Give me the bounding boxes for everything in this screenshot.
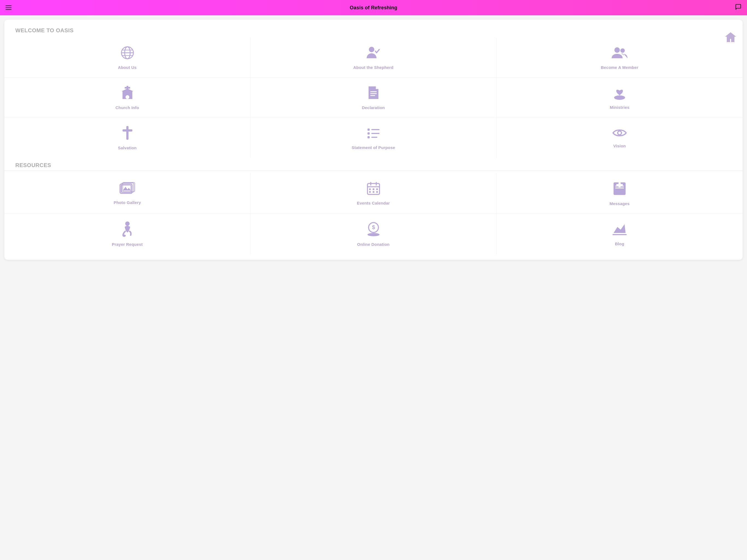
welcome-title: WELCOME TO OASIS bbox=[10, 25, 79, 36]
declaration-label: Declaration bbox=[362, 105, 385, 110]
menu-item-about-us[interactable]: About Us bbox=[4, 38, 251, 78]
become-member-label: Become A Member bbox=[601, 65, 639, 70]
online-donation-label: Online Donation bbox=[357, 242, 390, 247]
svg-rect-20 bbox=[367, 132, 370, 134]
welcome-header: WELCOME TO OASIS bbox=[4, 25, 743, 38]
prayer-icon bbox=[120, 222, 134, 239]
blog-icon bbox=[612, 222, 627, 238]
welcome-grid: About Us About the Shepherd bbox=[4, 38, 743, 158]
menu-item-statement-purpose[interactable]: Statement of Purpose bbox=[251, 118, 496, 158]
person-check-icon bbox=[366, 46, 381, 62]
donation-icon: $ bbox=[366, 222, 381, 239]
document-icon bbox=[367, 85, 380, 102]
svg-rect-38 bbox=[373, 188, 374, 190]
photo-gallery-icon bbox=[120, 182, 135, 197]
bible-cross-icon bbox=[613, 181, 627, 198]
statement-purpose-label: Statement of Purpose bbox=[352, 145, 395, 150]
about-shepherd-label: About the Shepherd bbox=[353, 65, 393, 70]
svg-rect-18 bbox=[123, 129, 132, 131]
svg-rect-47 bbox=[616, 184, 623, 186]
menu-item-events-calendar[interactable]: Events Calendar bbox=[251, 173, 496, 214]
svg-rect-14 bbox=[370, 93, 377, 94]
svg-rect-17 bbox=[126, 126, 129, 140]
menu-item-about-shepherd[interactable]: About the Shepherd bbox=[251, 38, 496, 78]
salvation-label: Salvation bbox=[118, 146, 137, 150]
svg-rect-15 bbox=[370, 95, 375, 96]
svg-rect-41 bbox=[373, 191, 374, 193]
menu-item-church-info[interactable]: Church Info bbox=[4, 78, 251, 118]
heart-hand-icon bbox=[612, 85, 627, 102]
svg-marker-10 bbox=[121, 88, 133, 91]
resources-title: RESOURCES bbox=[10, 160, 57, 172]
svg-point-16 bbox=[614, 96, 625, 100]
calendar-icon bbox=[366, 181, 381, 198]
menu-item-online-donation[interactable]: $ Online Donation bbox=[251, 214, 496, 254]
svg-rect-39 bbox=[376, 188, 378, 190]
welcome-card: WELCOME TO OASIS bbox=[4, 20, 743, 260]
menu-item-vision[interactable]: Vision bbox=[496, 118, 743, 158]
menu-item-declaration[interactable]: Declaration bbox=[251, 78, 496, 118]
events-calendar-label: Events Calendar bbox=[357, 201, 390, 205]
svg-rect-23 bbox=[371, 133, 380, 134]
menu-item-blog[interactable]: Blog bbox=[496, 214, 743, 254]
vision-label: Vision bbox=[613, 144, 626, 148]
svg-rect-45 bbox=[615, 187, 624, 188]
menu-item-salvation[interactable]: Salvation bbox=[4, 118, 251, 158]
messages-label: Messages bbox=[610, 201, 629, 206]
svg-rect-19 bbox=[367, 128, 370, 131]
group-icon bbox=[611, 46, 628, 62]
svg-rect-40 bbox=[369, 191, 371, 193]
menu-item-photo-gallery[interactable]: Photo Gallery bbox=[4, 173, 251, 214]
menu-item-become-member[interactable]: Become A Member bbox=[496, 38, 743, 78]
list-icon bbox=[366, 126, 381, 142]
photo-gallery-label: Photo Gallery bbox=[113, 200, 141, 205]
menu-item-ministries[interactable]: Ministries bbox=[496, 78, 743, 118]
main-content: WELCOME TO OASIS bbox=[0, 15, 747, 264]
svg-point-26 bbox=[618, 131, 621, 134]
ministries-label: Ministries bbox=[610, 105, 629, 110]
svg-marker-54 bbox=[614, 224, 626, 233]
cross-icon bbox=[121, 126, 133, 142]
church-info-label: Church Info bbox=[115, 105, 139, 110]
svg-point-52 bbox=[367, 233, 380, 236]
menu-item-messages[interactable]: Messages bbox=[496, 173, 743, 214]
svg-text:$: $ bbox=[372, 224, 375, 230]
menu-item-prayer-request[interactable]: Prayer Request bbox=[4, 214, 251, 254]
svg-point-48 bbox=[125, 222, 130, 226]
blog-label: Blog bbox=[615, 241, 624, 246]
eye-icon bbox=[612, 127, 627, 140]
resources-section: RESOURCES bbox=[4, 158, 743, 254]
svg-rect-12 bbox=[126, 95, 129, 99]
resources-grid: Photo Gallery bbox=[4, 173, 743, 254]
menu-icon[interactable] bbox=[5, 5, 11, 10]
svg-point-49 bbox=[123, 235, 126, 237]
svg-rect-37 bbox=[369, 188, 371, 190]
svg-rect-42 bbox=[376, 191, 378, 193]
svg-rect-13 bbox=[370, 91, 377, 92]
svg-rect-24 bbox=[371, 137, 377, 138]
prayer-request-label: Prayer Request bbox=[112, 242, 143, 247]
app-header: Oasis of Refreshing bbox=[0, 0, 747, 15]
svg-point-5 bbox=[369, 47, 374, 52]
globe-icon bbox=[120, 46, 134, 62]
svg-point-7 bbox=[620, 48, 625, 53]
svg-rect-21 bbox=[367, 136, 370, 138]
about-us-label: About Us bbox=[118, 65, 136, 70]
church-icon bbox=[120, 85, 134, 102]
app-title: Oasis of Refreshing bbox=[350, 5, 397, 11]
svg-rect-53 bbox=[613, 234, 627, 235]
chat-icon[interactable] bbox=[735, 4, 742, 12]
svg-rect-9 bbox=[125, 87, 130, 88]
svg-rect-22 bbox=[371, 129, 380, 130]
resources-divider bbox=[4, 171, 743, 171]
svg-point-6 bbox=[614, 47, 620, 53]
